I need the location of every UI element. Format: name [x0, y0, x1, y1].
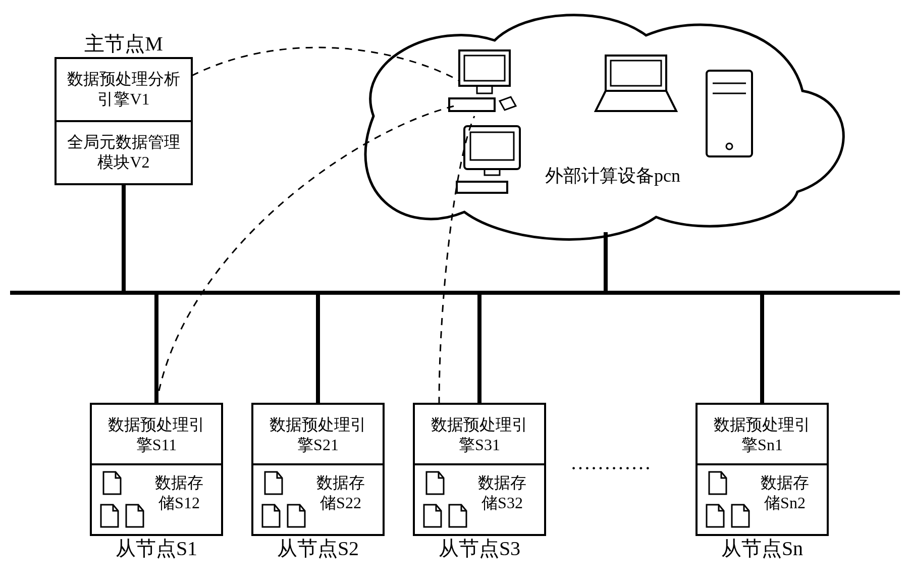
old-computer-icon [457, 126, 520, 193]
document-icon [265, 472, 282, 494]
slave-storage-line2: 储S32 [481, 494, 523, 512]
master-meta-line2: 模块V2 [97, 153, 149, 171]
slave-engine-line1: 数据预处理引 [270, 415, 366, 434]
slave-engine-line2: 擎S21 [297, 436, 339, 454]
dashed-s1-cloud [156, 106, 454, 404]
svg-rect-2 [477, 86, 492, 93]
document-icon [732, 505, 749, 527]
master-engine-line1: 数据预处理分析 [67, 70, 180, 88]
slave-title: 从节点S3 [439, 537, 520, 560]
svg-rect-1 [464, 56, 505, 81]
slave-engine-line2: 擎Sn1 [741, 436, 783, 454]
document-icon [103, 472, 121, 494]
slave-node-s1: 数据预处理引 擎S11 数据存 储S12 从节点S1 [91, 293, 222, 560]
slave-engine-line1: 数据预处理引 [431, 415, 528, 434]
slave-node-s2: 数据预处理引 擎S21 数据存 储S22 从节点S2 [252, 293, 384, 560]
dashed-s3-cloud [439, 116, 474, 404]
slave-engine-line1: 数据预处理引 [714, 415, 811, 434]
slave-storage-line1: 数据存 [478, 473, 526, 492]
slave-engine-line2: 擎S11 [136, 436, 177, 454]
dashed-master-cloud [192, 47, 459, 81]
cloud-group: 外部计算设备pcn [365, 15, 843, 240]
slave-storage-line2: 储Sn2 [764, 494, 806, 512]
svg-rect-6 [470, 132, 514, 160]
slave-storage-line2: 储S12 [158, 494, 200, 512]
document-icon [262, 505, 280, 527]
document-icon [707, 505, 724, 527]
svg-rect-3 [449, 98, 495, 111]
slave-storage-line1: 数据存 [316, 473, 365, 492]
master-title: 主节点M [84, 32, 163, 55]
svg-rect-8 [457, 182, 507, 193]
server-icon [707, 71, 752, 156]
slave-node-sn: 数据预处理引 擎Sn1 数据存 储Sn2 从节点Sn [697, 293, 828, 560]
slave-title: 从节点S1 [116, 537, 197, 560]
document-icon [101, 505, 118, 527]
slave-storage-line1: 数据存 [761, 473, 809, 492]
document-icon [449, 505, 466, 527]
slave-storage-line2: 储S22 [320, 494, 361, 512]
laptop-icon [596, 56, 676, 111]
cloud-label: 外部计算设备pcn [545, 166, 680, 186]
ellipsis: ………… [570, 451, 651, 474]
document-icon [126, 505, 143, 527]
document-icon [288, 505, 305, 527]
slave-node-s3: 数据预处理引 擎S31 数据存 储S32 从节点S3 [414, 293, 545, 560]
svg-rect-4 [611, 61, 661, 86]
slave-engine-line1: 数据预处理引 [108, 415, 205, 434]
diagram-canvas: 外部计算设备pcn 主节点M 数据预处理分析 引擎V1 全局元数据管理 模块V2 [0, 0, 910, 588]
document-icon [709, 472, 726, 494]
document-icon [426, 472, 444, 494]
master-node: 主节点M 数据预处理分析 引擎V1 全局元数据管理 模块V2 [56, 32, 192, 293]
cloud-outline [365, 15, 843, 240]
slave-storage-line1: 数据存 [155, 473, 203, 492]
document-icon [424, 505, 441, 527]
slave-title: 从节点S2 [277, 537, 359, 560]
slave-title: 从节点Sn [721, 537, 803, 560]
master-engine-line2: 引擎V1 [97, 90, 149, 108]
master-meta-line1: 全局元数据管理 [67, 133, 180, 151]
slave-engine-line2: 擎S31 [459, 436, 500, 454]
svg-point-12 [726, 143, 732, 149]
